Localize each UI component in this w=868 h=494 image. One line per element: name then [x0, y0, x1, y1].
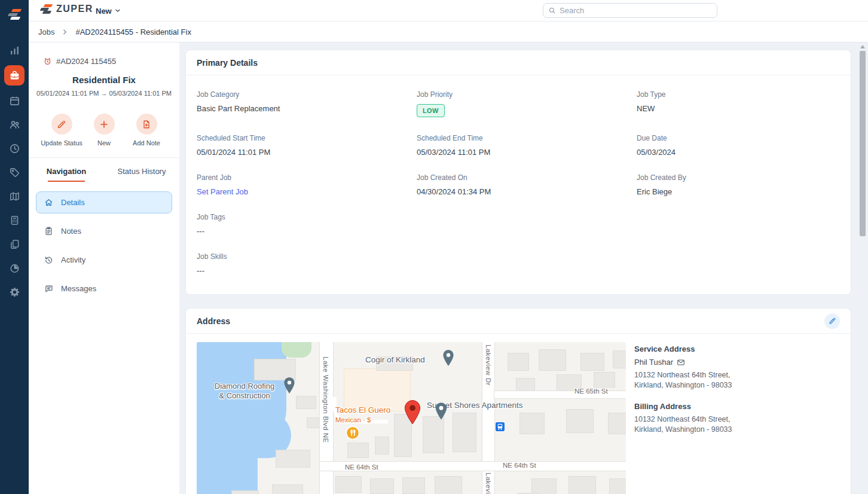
search-input[interactable]: [560, 6, 712, 15]
new-button[interactable]: New: [84, 114, 124, 147]
address-info: Service Address Phil Tushar 10132 Northe…: [634, 342, 732, 494]
chat-icon: [44, 283, 54, 294]
zuper-logo-icon[interactable]: [0, 0, 29, 29]
restaurant-pin-icon[interactable]: [345, 426, 360, 445]
add-note-label: Add Note: [133, 139, 160, 147]
google-map[interactable]: Lake Washington Blvd NE Lakeview Dr Lake…: [197, 342, 626, 494]
field-parent-job: Parent Job Set Parent Job: [197, 173, 417, 196]
street-label-lake-washington: Lake Washington Blvd NE: [322, 356, 329, 443]
panel-divider: [29, 157, 179, 158]
rail-item-timesheets[interactable]: [0, 136, 29, 160]
update-status-button[interactable]: Update Status: [42, 114, 81, 147]
rail-item-analytics[interactable]: [0, 256, 29, 280]
rail-item-settings[interactable]: [0, 280, 29, 304]
nav-item-messages[interactable]: Messages: [36, 278, 172, 300]
plus-icon: [94, 114, 115, 135]
job-priority-label: Job Priority: [417, 90, 637, 99]
scheduled-start-value: 05/01/2024 11:01 PM: [197, 148, 417, 157]
due-date-label: Due Date: [637, 134, 840, 142]
job-skills-label: Job Skills: [197, 252, 840, 261]
rail-item-team[interactable]: [0, 112, 29, 136]
field-created-by: Job Created By Eric Biege: [637, 173, 840, 196]
poi-pin-cogir-icon[interactable]: [441, 349, 456, 367]
history-icon: [44, 255, 54, 265]
rail-item-jobs[interactable]: [0, 62, 29, 89]
rail-item-dashboard[interactable]: [0, 38, 29, 62]
primary-details-body: Job Category Basic Part Replacement Job …: [186, 75, 851, 294]
bus-stop-icon[interactable]: [496, 422, 505, 431]
nav-item-details[interactable]: Details: [36, 191, 172, 214]
breadcrumb: Jobs #AD2024115455 - Residential Fix: [29, 22, 868, 42]
service-address-line2: Kirkland, Washington - 98033: [634, 380, 732, 391]
nav-item-activity[interactable]: Activity: [36, 249, 172, 271]
address-card: Address: [185, 308, 851, 494]
street-label-ne64-left: NE 64th St: [345, 463, 378, 471]
zuper-mark-icon: [8, 8, 21, 21]
scrollbar-thumb[interactable]: [860, 51, 866, 236]
job-tags-label: Job Tags: [197, 213, 840, 221]
rail-item-tags[interactable]: [0, 160, 29, 184]
zuper-wordmark-icon: [41, 4, 52, 14]
scheduled-end-value: 05/03/2024 11:01 PM: [417, 148, 637, 157]
poi-label-tacos-sub: Mexican · $: [335, 416, 371, 423]
main-content: Primary Details Job Category Basic Part …: [179, 42, 857, 494]
update-status-label: Update Status: [41, 139, 82, 147]
field-job-priority: Job Priority LOW: [417, 90, 637, 117]
add-note-button[interactable]: Add Note: [127, 114, 166, 147]
edit-address-button[interactable]: [824, 313, 840, 329]
primary-details-card: Primary Details Job Category Basic Part …: [185, 50, 851, 295]
rail-item-reports[interactable]: [0, 232, 29, 256]
nav-item-notes-label: Notes: [61, 227, 81, 236]
top-bar: ZUPER New: [29, 0, 868, 22]
street-label-lakeview-top: Lakeview Dr: [485, 344, 492, 386]
field-scheduled-start: Scheduled Start Time 05/01/2024 11:01 PM: [197, 134, 417, 157]
email-icon[interactable]: [677, 358, 685, 367]
field-created-on: Job Created On 04/30/2024 01:34 PM: [417, 173, 637, 196]
created-on-label: Job Created On: [417, 173, 637, 182]
billing-address-line2: Kirkland, Washington - 98033: [634, 425, 732, 435]
due-date-value: 05/03/2024: [637, 148, 840, 157]
address-title: Address: [197, 316, 230, 326]
field-job-type: Job Type NEW: [637, 90, 840, 117]
gear-icon: [9, 286, 20, 298]
job-quick-actions: Update Status New Add Note: [29, 114, 179, 147]
poi-pin-sunset-icon[interactable]: [433, 402, 450, 421]
scrollbar-up-arrow[interactable]: [860, 45, 865, 48]
job-skills-value: ---: [197, 266, 840, 275]
new-dropdown-label: New: [96, 7, 112, 16]
address-body: Lake Washington Blvd NE Lakeview Dr Lake…: [186, 334, 851, 494]
service-address-line1: 10132 Northeast 64th Street,: [634, 370, 732, 380]
created-on-value: 04/30/2024 01:34 PM: [417, 187, 637, 196]
global-search: [543, 3, 717, 18]
set-parent-job-link[interactable]: Set Parent Job: [197, 187, 417, 196]
job-schedule-range: 05/01/2024 11:01 PM → 05/03/2024 11:01 P…: [29, 90, 179, 97]
pie-chart-icon: [9, 263, 20, 274]
poi-label-cogir: Cogir of Kirkland: [365, 355, 425, 364]
breadcrumb-jobs-link[interactable]: Jobs: [38, 28, 54, 36]
field-job-category: Job Category Basic Part Replacement: [197, 90, 417, 117]
priority-badge: LOW: [417, 104, 445, 117]
scheduled-end-label: Scheduled End Time: [417, 134, 637, 142]
rail-item-map[interactable]: [0, 184, 29, 208]
rail-item-dispatch-board[interactable]: [0, 89, 29, 112]
tab-navigation[interactable]: Navigation: [29, 159, 104, 182]
poi-label-tacos: Tacos El Guero: [335, 405, 390, 414]
poi-diamond-line2: & Construction: [219, 391, 270, 400]
poi-pin-diamond-icon[interactable]: [282, 377, 297, 395]
bar-chart-icon: [9, 45, 20, 56]
tab-status-history[interactable]: Status History: [104, 159, 179, 182]
clock-icon: [9, 143, 20, 154]
job-location-pin-icon[interactable]: [401, 400, 424, 426]
job-tags-value: ---: [197, 227, 840, 236]
job-id-row: #AD2024 115455: [43, 57, 179, 66]
rail-item-invoices[interactable]: [0, 208, 29, 232]
nav-item-notes[interactable]: Notes: [36, 220, 172, 242]
search-icon: [548, 7, 556, 14]
edit-pencil-icon: [829, 317, 836, 325]
poi-label-diamond: Diamond Roofing & Construction: [206, 382, 283, 401]
new-dropdown[interactable]: New: [96, 0, 121, 22]
jobs-active-pill: [4, 65, 25, 86]
billing-address-label: Billing Address: [634, 402, 732, 411]
job-title: Residential Fix: [29, 75, 179, 85]
job-type-label: Job Type: [637, 90, 840, 99]
